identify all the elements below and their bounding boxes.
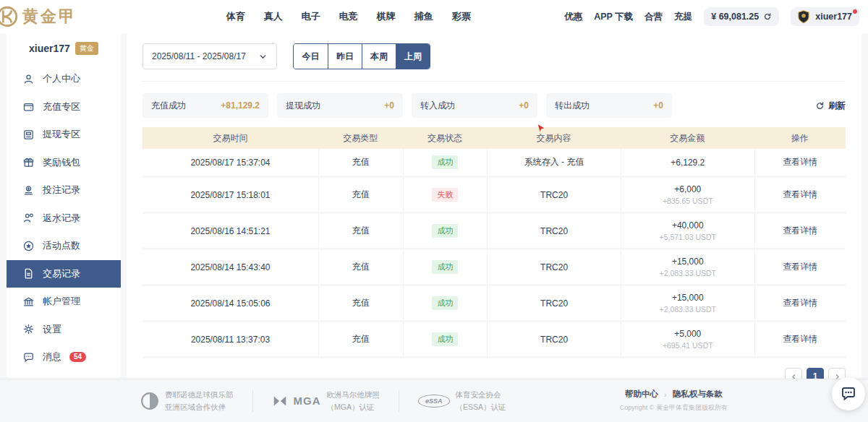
stat-value: +0 [519, 100, 529, 111]
sidebar-item-bet-records[interactable]: 投注记录 [7, 176, 121, 204]
site-logo[interactable]: 黄金甲 [0, 4, 132, 29]
page-number-current[interactable]: 1 [807, 368, 824, 379]
view-details-link[interactable]: 查看详情 [783, 261, 817, 273]
cell-content: TRC20 [487, 322, 621, 356]
table-row: 2025/08/17 15:18:01 充值 失败 TRC20 +6,000+8… [142, 178, 846, 214]
stat-label: 转入成功 [420, 100, 455, 112]
mga-logo [272, 393, 288, 409]
rebate-icon [22, 212, 35, 224]
sidebar-item-activity-points[interactable]: 活动点数 [7, 232, 121, 260]
date-range-picker[interactable]: 2025/08/11 - 2025/08/17 [142, 43, 277, 69]
file-icon [22, 267, 35, 280]
stat-deposit-success: 充值成功 +81,129.2 [142, 93, 268, 118]
pagination: 1 [142, 368, 846, 379]
sidebar-item-label: 奖励钱包 [43, 156, 80, 169]
stat-label: 转出成功 [555, 100, 590, 112]
refresh-button[interactable]: 刷新 [815, 100, 846, 112]
prev-page-button[interactable] [785, 368, 802, 379]
nav-live[interactable]: 真人 [264, 10, 283, 23]
view-details-link[interactable]: 查看详情 [783, 189, 817, 201]
sidebar-item-deposit[interactable]: 充值专区 [7, 93, 121, 121]
nav-sports[interactable]: 体育 [226, 10, 245, 23]
sidebar-item-settings[interactable]: 设置 [7, 316, 121, 344]
cell-content: TRC20 [487, 286, 621, 320]
tab-yesterday[interactable]: 昨日 [328, 44, 362, 69]
copyright-text: Copyright © 黄金甲体育集团版权所有 [620, 403, 728, 413]
sidebar-item-label: 交易记录 [43, 267, 80, 280]
cell-status: 成功 [403, 322, 488, 356]
tab-last-week[interactable]: 上周 [396, 44, 430, 69]
sidebar-item-messages[interactable]: 消息 54 [7, 343, 121, 371]
sidebar-item-transaction-records[interactable]: 交易记录 [7, 260, 121, 288]
nav-cards[interactable]: 棋牌 [377, 10, 396, 23]
avatar-shield-icon [796, 9, 811, 24]
cell-status: 成功 [403, 286, 488, 320]
footer-divider [252, 390, 253, 412]
header-right: 优惠 APP 下载 合营 充提 ¥ 69,081.25 xiuer177 [564, 7, 859, 26]
balance-amount: ¥ 69,081.25 [711, 12, 759, 22]
footer-links: 帮助中心 › 隐私权与条款 [620, 389, 728, 400]
summary-row: 充值成功 +81,129.2 提现成功 +0 转入成功 +0 转出成功 +0 [142, 93, 846, 118]
link-promos[interactable]: 优惠 [564, 11, 582, 23]
stat-label: 充值成功 [151, 100, 186, 112]
cell-action: 查看详情 [754, 286, 846, 320]
cell-status: 成功 [403, 214, 488, 248]
view-details-link[interactable]: 查看详情 [783, 297, 817, 309]
link-app-download[interactable]: APP 下载 [594, 11, 633, 23]
balance-pill[interactable]: ¥ 69,081.25 [704, 7, 779, 26]
gift-icon [22, 156, 35, 168]
help-center-link[interactable]: 帮助中心 [625, 389, 658, 400]
table-row: 2025/08/14 15:05:06 充值 成功 TRC20 +15,000+… [142, 286, 846, 322]
cell-amount: +15,000+2,083.33 USDT [621, 286, 754, 320]
cell-action: 查看详情 [754, 250, 846, 284]
cell-action: 查看详情 [754, 214, 846, 248]
sidebar-item-personal-center[interactable]: 个人中心 [7, 65, 121, 93]
cell-amount: +6,129.2 [621, 149, 754, 176]
sidebar-item-account-management[interactable]: 帐户管理 [7, 288, 121, 316]
sidebar-item-label: 个人中心 [43, 72, 80, 85]
user-menu[interactable]: xiuer177 [791, 7, 859, 26]
cell-status: 成功 [403, 250, 488, 284]
link-deposit-withdraw[interactable]: 充提 [674, 11, 692, 23]
mga-wordmark: MGA [294, 395, 321, 407]
table-row: 2025/08/16 14:51:21 充值 成功 TRC20 +40,000+… [142, 214, 846, 250]
cell-amount: +6,000+835.65 USDT [621, 178, 754, 212]
filter-row: 2025/08/11 - 2025/08/17 今日 昨日 本周 上周 [142, 43, 846, 82]
tab-this-week[interactable]: 本周 [362, 44, 396, 69]
cell-time: 2025/08/16 14:51:21 [142, 214, 318, 248]
stat-transfer-in-success: 转入成功 +0 [412, 93, 537, 118]
table-row: 2025/08/11 13:37:03 充值 成功 TRC20 +5,000+6… [142, 322, 846, 358]
refresh-balance-icon[interactable] [763, 12, 772, 21]
cell-amount: +40,000+5,571.03 USDT [621, 214, 754, 248]
table-row: 2025/08/17 15:37:04 充值 成功 系统存入 - 充值 +6,1… [142, 149, 846, 178]
nav-esports[interactable]: 电竞 [339, 10, 358, 23]
col-header-action: 操作 [754, 132, 846, 145]
customer-service-button[interactable] [832, 377, 865, 410]
status-badge: 成功 [432, 296, 458, 310]
col-header-type: 交易类型 [318, 132, 403, 145]
tab-today[interactable]: 今日 [294, 44, 328, 69]
transactions-table: 交易时间 交易类型 交易状态 交易内容 交易金额 操作 2025/08/17 1… [142, 127, 846, 358]
star-icon [22, 240, 35, 252]
next-page-button[interactable] [828, 368, 846, 379]
cell-type: 充值 [318, 250, 403, 284]
essa-logo: eSSA [418, 395, 450, 408]
brand-icon [0, 4, 20, 29]
sidebar-item-rebate-records[interactable]: 返水记录 [7, 204, 121, 233]
nav-slots[interactable]: 电子 [302, 10, 320, 23]
nav-fishing[interactable]: 捕鱼 [414, 10, 433, 23]
cell-content: TRC20 [487, 178, 621, 212]
col-header-time: 交易时间 [142, 132, 318, 145]
sidebar-item-reward-wallet[interactable]: 奖励钱包 [7, 149, 121, 177]
nav-lottery[interactable]: 彩票 [452, 10, 471, 23]
view-details-link[interactable]: 查看详情 [783, 225, 817, 237]
sidebar: xiuer177 黄金 个人中心 充值专区 提现专区 奖励钱包 投注记录 [7, 33, 121, 379]
cell-type: 充值 [318, 322, 403, 356]
view-details-link[interactable]: 查看详情 [783, 333, 817, 345]
sidebar-item-label: 帐户管理 [43, 295, 80, 308]
sidebar-item-withdraw[interactable]: 提现专区 [7, 121, 121, 149]
view-details-link[interactable]: 查看详情 [783, 156, 817, 168]
link-affiliate[interactable]: 合营 [644, 11, 663, 23]
privacy-terms-link[interactable]: 隐私权与条款 [673, 389, 723, 400]
footer-link-separator: › [664, 390, 667, 399]
